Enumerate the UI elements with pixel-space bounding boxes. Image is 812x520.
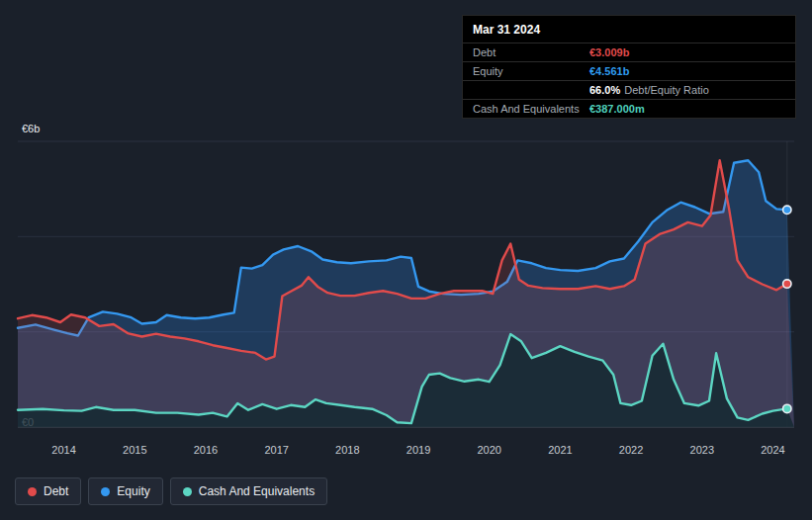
tooltip-ratio-label: Debt/Equity Ratio bbox=[624, 84, 709, 96]
x-axis-tick: 2021 bbox=[548, 444, 572, 456]
series-endpoint-cash[interactable] bbox=[783, 404, 791, 412]
tooltip-debt-label: Debt bbox=[473, 46, 589, 58]
x-axis-tick: 2016 bbox=[194, 444, 218, 456]
legend-item-debt[interactable]: Debt bbox=[15, 477, 81, 505]
y-axis-label-top: €6b bbox=[22, 123, 40, 134]
debt-dot-icon bbox=[28, 487, 37, 496]
x-axis-tick: 2024 bbox=[761, 444, 784, 456]
x-axis-tick: 2019 bbox=[406, 444, 430, 456]
tooltip-ratio-value: 66.0% bbox=[589, 84, 620, 96]
tooltip-equity-label: Equity bbox=[473, 65, 589, 77]
legend-item-cash[interactable]: Cash And Equivalents bbox=[170, 477, 327, 505]
x-axis-tick: 2017 bbox=[264, 444, 288, 456]
tooltip-equity-value: €4.561b bbox=[589, 65, 629, 77]
hover-tooltip: Mar 31 2024 Debt €3.009b Equity €4.561b … bbox=[462, 15, 796, 119]
x-axis-tick: 2018 bbox=[335, 444, 359, 456]
x-axis: 2014201520162017201820192020202120222023… bbox=[0, 444, 812, 458]
chart-plot-area[interactable] bbox=[18, 141, 794, 427]
x-axis-tick: 2015 bbox=[123, 444, 146, 456]
legend-equity-label: Equity bbox=[117, 484, 149, 498]
tooltip-date: Mar 31 2024 bbox=[463, 16, 795, 43]
equity-dot-icon bbox=[101, 487, 110, 496]
tooltip-row-ratio: 66.0% Debt/Equity Ratio bbox=[463, 80, 795, 99]
cash-dot-icon bbox=[183, 487, 192, 496]
x-axis-tick: 2023 bbox=[690, 444, 714, 456]
x-axis-tick: 2014 bbox=[51, 444, 75, 456]
tooltip-debt-value: €3.009b bbox=[589, 46, 629, 58]
legend-cash-label: Cash And Equivalents bbox=[199, 484, 315, 498]
legend: Debt Equity Cash And Equivalents bbox=[15, 477, 327, 505]
legend-item-equity[interactable]: Equity bbox=[88, 477, 162, 505]
tooltip-cash-value: €387.000m bbox=[589, 103, 645, 115]
tooltip-row-cash: Cash And Equivalents €387.000m bbox=[463, 99, 795, 118]
chart-svg[interactable] bbox=[18, 141, 794, 427]
tooltip-cash-label: Cash And Equivalents bbox=[473, 103, 589, 115]
x-axis-tick: 2020 bbox=[477, 444, 500, 456]
series-endpoint-debt[interactable] bbox=[783, 280, 791, 288]
series-endpoint-equity[interactable] bbox=[783, 206, 791, 214]
x-axis-tick: 2022 bbox=[619, 444, 643, 456]
tooltip-row-equity: Equity €4.561b bbox=[463, 61, 795, 80]
debt-equity-history-page: €6b €0 201420152016201720182019202020212… bbox=[0, 0, 812, 520]
tooltip-row-debt: Debt €3.009b bbox=[463, 43, 795, 61]
legend-debt-label: Debt bbox=[44, 484, 68, 498]
